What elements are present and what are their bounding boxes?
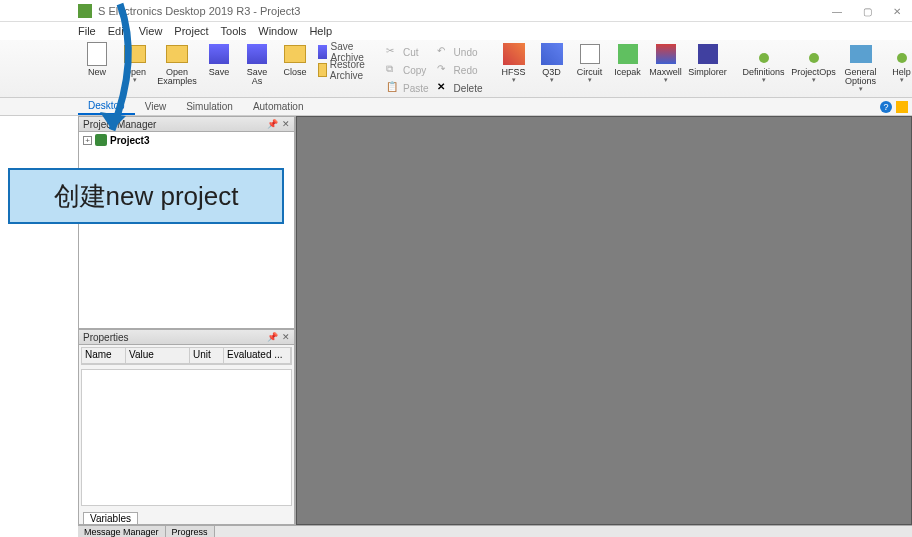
chevron-down-icon: ▾ — [512, 76, 516, 84]
properties-bottom-tabs: Variables — [79, 508, 294, 524]
window-title: S Electronics Desktop 2019 R3 - Project3 — [98, 5, 300, 17]
menu-window[interactable]: Window — [258, 25, 297, 37]
panel-close-icon[interactable]: ✕ — [282, 332, 290, 342]
properties-table-body[interactable] — [81, 369, 292, 506]
hfss-icon — [503, 43, 525, 65]
save-as-icon — [247, 44, 267, 64]
q3d-icon — [541, 43, 563, 65]
properties-titlebar[interactable]: Properties 📌 ✕ — [78, 329, 295, 345]
project-manager-title: Project Manager — [83, 119, 156, 130]
window-controls: — ▢ ✕ — [822, 0, 912, 22]
redo-button[interactable]: ↷Redo — [437, 62, 483, 78]
chevron-down-icon: ▾ — [900, 76, 904, 84]
maximize-button[interactable]: ▢ — [852, 0, 882, 22]
window-titlebar: S Electronics Desktop 2019 R3 - Project3… — [0, 0, 912, 22]
tab-progress[interactable]: Progress — [166, 526, 215, 538]
project-manager-titlebar[interactable]: Project Manager 📌 ✕ — [78, 116, 295, 132]
project-tree-root[interactable]: + Project3 — [83, 134, 290, 146]
col-unit[interactable]: Unit — [190, 348, 224, 363]
hfss-button[interactable]: HFSS▾ — [495, 42, 533, 84]
menu-edit[interactable]: Edit — [108, 25, 127, 37]
pin-icon[interactable]: 📌 — [267, 332, 278, 342]
bottom-tabbar: Message Manager Progress — [78, 525, 912, 537]
icepak-icon — [618, 44, 638, 64]
copy-icon: ⧉ — [386, 63, 400, 77]
cut-button[interactable]: ✂Cut — [386, 44, 429, 60]
open-examples-button[interactable]: Open Examples — [154, 42, 200, 86]
col-name[interactable]: Name — [82, 348, 126, 363]
col-evaluated[interactable]: Evaluated ... — [224, 348, 291, 363]
ribbon-group-archive: Save Archive Restore Archive — [314, 42, 374, 80]
paste-button[interactable]: 📋Paste — [386, 80, 429, 96]
pin-icon[interactable]: 📌 — [267, 119, 278, 129]
menu-view[interactable]: View — [139, 25, 163, 37]
ribbon-toolbar: New Open▾ Open Examples Save Save As Clo… — [0, 40, 912, 98]
tab-desktop[interactable]: Desktop — [78, 98, 135, 115]
menu-help[interactable]: Help — [309, 25, 332, 37]
archive-restore-icon — [318, 63, 327, 77]
project-name: Project3 — [110, 135, 149, 146]
ribbon-group-file: New Open▾ Open Examples Save Save As Clo… — [78, 42, 314, 86]
redo-icon: ↷ — [437, 63, 451, 77]
expand-icon[interactable]: + — [83, 136, 92, 145]
design-canvas[interactable] — [296, 116, 912, 525]
chevron-down-icon: ▾ — [133, 76, 137, 84]
ribbon-group-edit-col2: ↶Undo ↷Redo ✕Delete — [433, 42, 487, 98]
icepak-button[interactable]: Icepak — [609, 42, 647, 84]
tab-message-manager[interactable]: Message Manager — [78, 526, 166, 538]
tab-variables[interactable]: Variables — [83, 512, 138, 524]
chevron-down-icon: ▾ — [550, 76, 554, 84]
app-icon — [78, 4, 92, 18]
help-info-icon[interactable]: ? — [880, 101, 892, 113]
tab-view[interactable]: View — [135, 99, 177, 114]
project-manager-tree[interactable]: + Project3 — [78, 132, 295, 329]
dot-icon — [759, 53, 769, 63]
properties-table-header: Name Value Unit Evaluated ... — [82, 348, 291, 364]
save-as-button[interactable]: Save As — [238, 42, 276, 86]
save-button[interactable]: Save — [200, 42, 238, 86]
menu-project[interactable]: Project — [174, 25, 208, 37]
tab-automation[interactable]: Automation — [243, 99, 314, 114]
maxwell-button[interactable]: Maxwell▾ — [647, 42, 685, 84]
close-folder-icon — [284, 45, 306, 63]
projectops-button[interactable]: ProjectOps▾ — [789, 42, 839, 93]
circuit-button[interactable]: Circuit▾ — [571, 42, 609, 84]
archive-save-icon — [318, 45, 327, 59]
delete-button[interactable]: ✕Delete — [437, 80, 483, 96]
annotation-label: 创建new project — [8, 168, 284, 224]
dot-icon — [897, 53, 907, 63]
delete-icon: ✕ — [437, 81, 451, 95]
simplorer-button[interactable]: Simplorer — [685, 42, 731, 84]
ribbon-tabstrip: Desktop View Simulation Automation ? — [0, 98, 912, 116]
definitions-button[interactable]: Definitions▾ — [739, 42, 789, 93]
new-button[interactable]: New — [78, 42, 116, 86]
general-options-button[interactable]: General Options▾ — [839, 42, 883, 93]
chevron-down-icon: ▾ — [588, 76, 592, 84]
menu-file[interactable]: File — [78, 25, 96, 37]
sliders-icon — [850, 45, 872, 63]
minimize-button[interactable]: — — [822, 0, 852, 22]
folder-open-icon — [124, 45, 146, 63]
menu-tools[interactable]: Tools — [221, 25, 247, 37]
restore-archive-button[interactable]: Restore Archive — [318, 62, 370, 78]
ribbon-group-right: Definitions▾ ProjectOps▾ General Options… — [739, 42, 913, 93]
circuit-icon — [580, 44, 600, 64]
panel-close-icon[interactable]: ✕ — [282, 119, 290, 129]
new-file-icon — [87, 42, 107, 66]
close-button[interactable]: Close — [276, 42, 314, 86]
undo-icon: ↶ — [437, 45, 451, 59]
help-button[interactable]: Help▾ — [883, 42, 913, 93]
col-value[interactable]: Value — [126, 348, 190, 363]
save-icon — [209, 44, 229, 64]
q3d-button[interactable]: Q3D▾ — [533, 42, 571, 84]
ansys-logo-icon — [896, 101, 908, 113]
undo-button[interactable]: ↶Undo — [437, 44, 483, 60]
copy-button[interactable]: ⧉Copy — [386, 62, 429, 78]
save-archive-button[interactable]: Save Archive — [318, 44, 370, 60]
close-window-button[interactable]: ✕ — [882, 0, 912, 22]
open-button[interactable]: Open▾ — [116, 42, 154, 86]
tab-simulation[interactable]: Simulation — [176, 99, 243, 114]
chevron-down-icon: ▾ — [762, 76, 766, 84]
simplorer-icon — [698, 44, 718, 64]
dot-icon — [809, 53, 819, 63]
